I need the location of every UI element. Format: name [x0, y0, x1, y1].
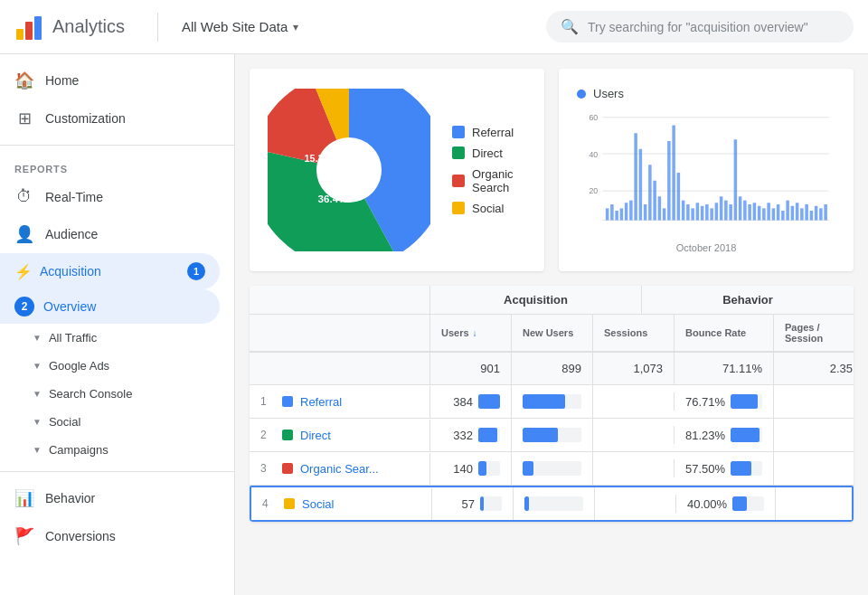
table-row[interactable]: 1 Referral 384 76.71%	[250, 385, 854, 419]
sidebar-item-acquisition[interactable]: ⚡ Acquisition 1	[0, 253, 220, 289]
users-bar-cell: 332	[430, 419, 512, 451]
section-headers: Acquisition Behavior	[250, 286, 854, 315]
sidebar-label-overview: Overview	[43, 299, 96, 314]
sessions-col-label: Sessions	[604, 327, 647, 338]
main-content: 42.1% 36.4% 15.3% Referral Direct	[235, 54, 868, 595]
new-users-bar-container	[523, 428, 581, 442]
property-selector[interactable]: All Web Site Data ▾	[173, 14, 307, 40]
table-row[interactable]: 2 Direct 332 81.23%	[250, 419, 854, 452]
legend-color-social	[452, 202, 465, 214]
svg-rect-1	[25, 22, 33, 40]
svg-rect-33	[682, 201, 685, 221]
pages-session-col-label: Pages / Session	[785, 322, 853, 344]
svg-rect-58	[800, 208, 804, 220]
empty-header	[250, 286, 430, 314]
sidebar-item-google-ads[interactable]: ▼ Google Ads	[0, 352, 234, 380]
col-header-pages-session: Pages / Session	[774, 315, 854, 351]
sidebar-item-behavior[interactable]: 📊 Behavior	[0, 479, 234, 517]
svg-rect-42	[724, 201, 728, 221]
svg-rect-61	[815, 206, 818, 221]
channel-link[interactable]: Referral	[300, 395, 342, 409]
sidebar-item-home[interactable]: 🏠 Home	[0, 61, 234, 99]
behavior-icon: 📊	[14, 488, 34, 508]
column-headers: Users ↓ New Users Sessions Bounce Rate P…	[250, 315, 854, 353]
row-number: 4	[262, 497, 277, 510]
pages-session-cell	[774, 426, 854, 444]
svg-rect-32	[677, 173, 681, 221]
svg-rect-25	[644, 204, 647, 221]
bounce-rate-cell: 76.71%	[675, 385, 774, 418]
sessions-cell	[593, 459, 675, 477]
svg-text:60: 60	[589, 113, 598, 122]
users-bar-cell: 57	[432, 487, 514, 520]
new-users-bar-cell	[514, 487, 595, 520]
pie-chart: 42.1% 36.4% 15.3%	[268, 89, 430, 251]
sidebar-item-search-console[interactable]: ▼ Search Console	[0, 380, 234, 408]
channel-name-cell: 4 Social	[251, 488, 432, 520]
channel-link[interactable]: Social	[302, 497, 334, 511]
table-row[interactable]: 4 Social 57 40.00%	[250, 486, 854, 522]
sidebar-item-realtime[interactable]: ⏱ Real-Time	[0, 178, 234, 215]
svg-rect-17	[606, 208, 609, 220]
new-users-bar-cell	[512, 452, 593, 485]
svg-rect-24	[639, 149, 643, 221]
new-users-bar-cell	[512, 419, 593, 451]
bounce-rate-col-label: Bounce Rate	[685, 327, 746, 338]
bounce-pct: 57.50%	[685, 462, 725, 476]
table-row[interactable]: 3 Organic Sear... 140 57.50%	[250, 452, 854, 486]
sort-icon: ↓	[473, 328, 477, 338]
app-title: Analytics	[52, 16, 125, 37]
legend-color-referral	[452, 126, 465, 138]
svg-rect-57	[796, 203, 799, 220]
chevron-right-icon-sc: ▼	[33, 389, 42, 399]
sidebar-label-behavior: Behavior	[45, 491, 95, 505]
totals-bounce-rate: 71.11%	[675, 353, 774, 384]
sidebar-item-audience[interactable]: 👤 Audience	[0, 215, 234, 253]
new-users-bar	[524, 496, 529, 511]
users-bar-container	[478, 428, 500, 442]
audience-icon: 👤	[14, 224, 34, 244]
row-number: 1	[260, 395, 275, 408]
users-bar-container	[480, 496, 502, 511]
x-axis-label: October 2018	[577, 242, 835, 253]
channel-color	[282, 430, 293, 440]
legend-label-social: Social	[472, 202, 504, 215]
svg-rect-48	[753, 203, 757, 220]
svg-rect-62	[819, 208, 823, 220]
new-users-bar-container	[523, 461, 581, 476]
sidebar-item-overview[interactable]: 2 Overview	[0, 289, 220, 324]
sidebar-label-conversions: Conversions	[45, 529, 116, 543]
chevron-right-icon-campaigns: ▼	[33, 445, 42, 455]
sidebar-item-campaigns[interactable]: ▼ Campaigns	[0, 436, 234, 464]
bounce-bar	[731, 428, 759, 442]
users-bar	[478, 394, 500, 409]
property-name: All Web Site Data	[182, 19, 288, 34]
channel-color	[282, 463, 293, 474]
sidebar-item-conversions[interactable]: 🚩 Conversions	[0, 517, 234, 555]
svg-rect-41	[720, 196, 723, 220]
sidebar-label-home: Home	[45, 73, 79, 88]
charts-row: 42.1% 36.4% 15.3% Referral Direct	[250, 69, 854, 271]
svg-rect-36	[696, 203, 700, 220]
sidebar-item-all-traffic[interactable]: ▼ All Traffic	[0, 324, 234, 352]
app-header: Analytics All Web Site Data ▾ 🔍 Try sear…	[0, 0, 868, 54]
sidebar-divider-2	[0, 471, 234, 472]
col-header-channel	[250, 315, 430, 351]
svg-rect-28	[658, 196, 662, 220]
table-body: 1 Referral 384 76.71%	[250, 385, 854, 522]
sidebar-item-social[interactable]: ▼ Social	[0, 408, 234, 436]
bounce-rate-cell: 81.23%	[675, 419, 774, 451]
conversions-icon: 🚩	[14, 526, 34, 546]
sessions-cell	[595, 495, 676, 513]
sessions-cell	[593, 392, 675, 411]
search-bar[interactable]: 🔍 Try searching for "acquisition overvie…	[546, 11, 854, 42]
svg-rect-38	[705, 204, 709, 221]
home-icon: 🏠	[14, 71, 34, 90]
pages-session-cell	[774, 392, 854, 411]
svg-rect-56	[791, 206, 795, 221]
svg-rect-20	[620, 208, 624, 220]
channel-link[interactable]: Direct	[300, 429, 331, 442]
sidebar-item-customization[interactable]: ⊞ Customization	[0, 99, 234, 137]
channel-link[interactable]: Organic Sear...	[300, 462, 379, 476]
overview-badge: 2	[14, 297, 34, 316]
